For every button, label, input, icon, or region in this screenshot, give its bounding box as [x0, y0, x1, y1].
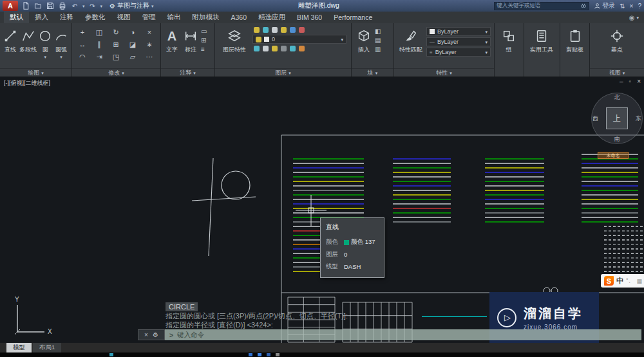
- circle-tool-button[interactable]: 圆 ▾: [38, 25, 52, 59]
- rotate-icon[interactable]: ↻: [108, 26, 124, 38]
- close-drawing-icon[interactable]: ×: [637, 78, 641, 85]
- new-file-icon[interactable]: [21, 1, 30, 10]
- layer-tool-icon[interactable]: [263, 46, 269, 51]
- ribbon-tab[interactable]: 视图: [111, 12, 137, 23]
- compass-south-label[interactable]: 南: [614, 135, 620, 143]
- stretch-icon[interactable]: ↔: [75, 39, 90, 50]
- ribbon-tab[interactable]: BIM 360: [291, 12, 328, 23]
- insert-block-button[interactable]: 插入: [354, 25, 374, 54]
- command-input[interactable]: > 键入命令: [165, 329, 641, 340]
- search-input[interactable]: 键入关键字或短语: [494, 2, 589, 10]
- layer-dropdown[interactable]: 0 ▾: [252, 35, 346, 44]
- save-icon[interactable]: [46, 1, 55, 10]
- viewport-controls[interactable]: [-][俯视][二维线框]: [4, 79, 50, 87]
- ribbon-tab[interactable]: 精选应用: [252, 12, 291, 23]
- panel-footer-layers[interactable]: 图层▾: [215, 68, 351, 77]
- bylayer-dropdown-2[interactable]: —ByLayer▾: [426, 37, 491, 46]
- more-icon[interactable]: ⋯: [142, 51, 157, 62]
- clipboard-button[interactable]: 剪贴板: [563, 25, 587, 54]
- taskbar-app-icon[interactable]: [249, 353, 252, 356]
- viewcube[interactable]: 北 西 东 南 上: [591, 93, 643, 144]
- taskbar-app-icon[interactable]: [267, 353, 270, 356]
- arc-tool-button[interactable]: 圆弧 ▾: [53, 25, 69, 59]
- help-icon[interactable]: ?: [638, 3, 641, 10]
- text-tool-button[interactable]: A 文字: [164, 25, 180, 54]
- layer-tool-icon[interactable]: [290, 46, 296, 51]
- line-tool-button[interactable]: 直线: [3, 25, 18, 54]
- ribbon-tab[interactable]: Performance: [328, 12, 378, 23]
- customize-command-icon[interactable]: ⚙: [153, 331, 158, 338]
- group-button[interactable]: 组: [497, 25, 520, 54]
- array-icon[interactable]: ⊞: [108, 39, 124, 50]
- ribbon-tab[interactable]: A360: [225, 12, 253, 23]
- ribbon-tab[interactable]: 输出: [162, 12, 187, 23]
- layer-tool-icon[interactable]: [299, 46, 305, 51]
- workspace-switcher[interactable]: ⚙ 草图与注释 ▾: [109, 1, 153, 10]
- binoculars-search-icon[interactable]: [580, 3, 587, 9]
- close-command-icon[interactable]: ×: [144, 331, 148, 338]
- layer-properties-button[interactable]: 图层特性: [218, 25, 251, 54]
- layer-tool-icon[interactable]: [254, 46, 260, 51]
- taskbar-app-icon[interactable]: [258, 353, 261, 356]
- minimize-drawing-icon[interactable]: –: [620, 78, 623, 85]
- app-logo-icon[interactable]: A: [3, 1, 18, 11]
- ribbon-tab[interactable]: 注释: [54, 12, 79, 23]
- open-file-icon[interactable]: [33, 1, 43, 10]
- layer-tool-icon[interactable]: [272, 27, 278, 33]
- plot-icon[interactable]: [58, 1, 67, 10]
- ime-punctuation[interactable]: °、: [626, 277, 634, 285]
- bylayer-dropdown-3[interactable]: ≡ByLayer▾: [426, 48, 491, 57]
- bylayer-dropdown-1[interactable]: ByLayer▾: [426, 27, 491, 36]
- ribbon-tab[interactable]: 插入: [29, 12, 54, 23]
- leader-icon[interactable]: ▭: [201, 28, 207, 35]
- panel-footer-block[interactable]: 块▾: [352, 68, 393, 77]
- ribbon-options-icon[interactable]: ◉: [629, 14, 635, 21]
- define-attribute-icon[interactable]: ▥: [375, 46, 381, 53]
- create-block-icon[interactable]: ▤: [375, 37, 381, 44]
- utilities-button[interactable]: 实用工具: [527, 25, 556, 54]
- layer-tool-icon[interactable]: [272, 46, 278, 51]
- taskbar-app-icon[interactable]: [109, 353, 113, 356]
- sign-in-button[interactable]: 登录: [594, 1, 615, 10]
- taskbar-app-icon[interactable]: [276, 353, 279, 356]
- undo-dropdown-icon[interactable]: ▾: [82, 4, 85, 8]
- trim-icon[interactable]: ×: [142, 26, 157, 38]
- layer-tool-icon[interactable]: [281, 46, 287, 51]
- panel-footer-properties[interactable]: 特性▾: [394, 68, 494, 77]
- layer-tool-icon[interactable]: [254, 27, 260, 33]
- cloud-sync-icon[interactable]: ⇅: [620, 3, 625, 10]
- panel-footer-modify[interactable]: 修改▾: [72, 68, 160, 77]
- layer-tool-icon[interactable]: [290, 27, 296, 33]
- redo-icon[interactable]: ↷: [88, 1, 97, 10]
- mirror-icon[interactable]: ◑: [125, 26, 140, 38]
- compass-east-label[interactable]: 东: [636, 114, 641, 123]
- layer-tool-icon[interactable]: [281, 27, 287, 33]
- ribbon-tab[interactable]: 默认: [4, 12, 29, 23]
- ribbon-tab[interactable]: 附加模块: [187, 12, 225, 23]
- layer-tool-icon[interactable]: [299, 27, 305, 33]
- erase-icon[interactable]: ◪: [125, 39, 140, 50]
- ribbon-tab[interactable]: 管理: [137, 12, 162, 23]
- ribbon-collapse-icon[interactable]: ▾: [636, 15, 639, 20]
- extend-icon[interactable]: ⇥: [91, 51, 107, 62]
- move-icon[interactable]: +: [75, 26, 90, 38]
- keyboard-icon[interactable]: ▦: [637, 278, 643, 284]
- dimension-tool-button[interactable]: 标注: [182, 25, 200, 54]
- compass-north-label[interactable]: 北: [614, 93, 620, 102]
- panel-footer-annotate[interactable]: 注释▾: [161, 68, 214, 77]
- ime-mode-indicator[interactable]: 中: [616, 276, 623, 286]
- undo-icon[interactable]: ↶: [70, 1, 79, 10]
- compass-west-label[interactable]: 西: [592, 114, 598, 123]
- match-properties-button[interactable]: 特性匹配: [397, 25, 425, 54]
- edit-attribute-icon[interactable]: ◧: [375, 28, 381, 35]
- panel-footer-draw[interactable]: 绘图▾: [0, 68, 71, 77]
- copy-icon[interactable]: ◫: [91, 26, 107, 38]
- ribbon-tab[interactable]: 参数化: [79, 12, 111, 23]
- ime-toolbar[interactable]: S 中 °、 ▦: [601, 274, 644, 288]
- offset-icon[interactable]: ∥: [91, 39, 107, 50]
- viewcube-top-face[interactable]: 上: [606, 107, 628, 129]
- explode-icon[interactable]: ∗: [142, 39, 157, 50]
- break-icon[interactable]: ▱: [125, 51, 140, 62]
- table-icon[interactable]: ⊞: [201, 37, 207, 44]
- redo-dropdown-icon[interactable]: ▾: [100, 4, 103, 8]
